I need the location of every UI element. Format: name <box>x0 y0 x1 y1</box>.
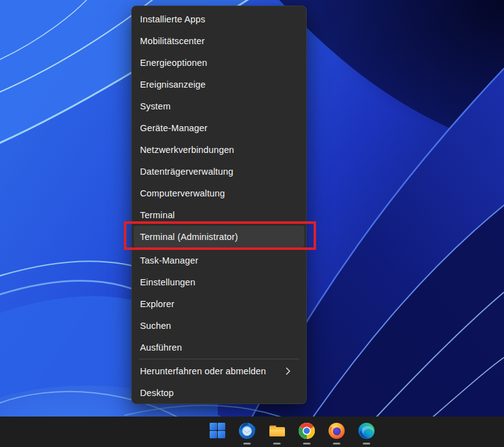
taskbar-firefox-button[interactable] <box>322 417 352 447</box>
menu-item-label: Geräte-Manager <box>140 123 208 133</box>
menu-item-shutdown[interactable]: Herunterfahren oder abmelden <box>134 360 304 382</box>
taskbar <box>0 417 504 447</box>
menu-item-settings[interactable]: Einstellungen <box>134 271 304 293</box>
edge-icon <box>357 422 376 440</box>
menu-item-installed-apps[interactable]: Installierte Apps <box>134 8 304 30</box>
menu-item-label: Desktop <box>140 388 174 398</box>
menu-item-label: Datenträgerverwaltung <box>140 167 233 177</box>
taskbar-icon-group <box>202 417 381 447</box>
menu-item-label: Netzwerkverbindungen <box>140 145 234 155</box>
thunderbird-icon <box>238 422 256 440</box>
menu-item-label: Ausführen <box>140 343 182 353</box>
menu-item-computer-management[interactable]: Computerverwaltung <box>134 182 304 204</box>
running-indicator <box>243 443 251 445</box>
menu-item-label: Computerverwaltung <box>140 188 225 198</box>
running-indicator <box>273 443 281 445</box>
menu-item-mobility-center[interactable]: Mobilitätscenter <box>134 30 304 52</box>
winx-context-menu: Installierte Apps Mobilitätscenter Energ… <box>131 6 307 404</box>
menu-item-label: Herunterfahren oder abmelden <box>140 366 266 376</box>
menu-item-label: Ereignisanzeige <box>140 80 205 90</box>
running-indicator <box>303 443 310 445</box>
menu-item-disk-management[interactable]: Datenträgerverwaltung <box>134 160 304 182</box>
windows-logo-icon <box>208 422 226 440</box>
menu-item-system[interactable]: System <box>134 95 304 117</box>
firefox-icon <box>327 422 346 440</box>
menu-item-run[interactable]: Ausführen <box>134 336 304 358</box>
menu-item-label: Installierte Apps <box>140 14 205 24</box>
taskbar-file-explorer-button[interactable] <box>262 417 292 447</box>
annotation-red-box <box>124 221 316 250</box>
menu-item-label: Suchen <box>140 321 171 331</box>
menu-item-label: Einstellungen <box>140 277 195 287</box>
menu-item-label: Terminal <box>140 210 175 220</box>
menu-item-power-options[interactable]: Energieoptionen <box>134 52 304 73</box>
menu-item-explorer[interactable]: Explorer <box>134 293 304 315</box>
menu-item-label: Energieoptionen <box>140 58 207 68</box>
menu-separator <box>139 359 299 359</box>
menu-item-search[interactable]: Suchen <box>134 315 304 336</box>
menu-item-event-viewer[interactable]: Ereignisanzeige <box>134 73 304 95</box>
menu-item-label: Mobilitätscenter <box>140 36 205 46</box>
chevron-right-icon <box>286 367 291 375</box>
running-indicator <box>333 443 340 445</box>
menu-item-task-manager[interactable]: Task-Manager <box>134 249 304 271</box>
chrome-icon <box>297 422 316 440</box>
folder-icon <box>268 422 286 440</box>
menu-item-label: Explorer <box>140 299 174 309</box>
menu-item-device-manager[interactable]: Geräte-Manager <box>134 117 304 139</box>
menu-item-label: Task-Manager <box>140 256 198 265</box>
menu-item-network-connections[interactable]: Netzwerkverbindungen <box>134 139 304 160</box>
menu-item-label: System <box>140 101 170 111</box>
taskbar-edge-button[interactable] <box>352 417 381 447</box>
taskbar-start-button[interactable] <box>202 417 232 447</box>
taskbar-chrome-button[interactable] <box>292 417 322 447</box>
taskbar-thunderbird-button[interactable] <box>232 417 262 447</box>
menu-item-desktop[interactable]: Desktop <box>134 382 304 403</box>
running-indicator <box>363 443 370 445</box>
